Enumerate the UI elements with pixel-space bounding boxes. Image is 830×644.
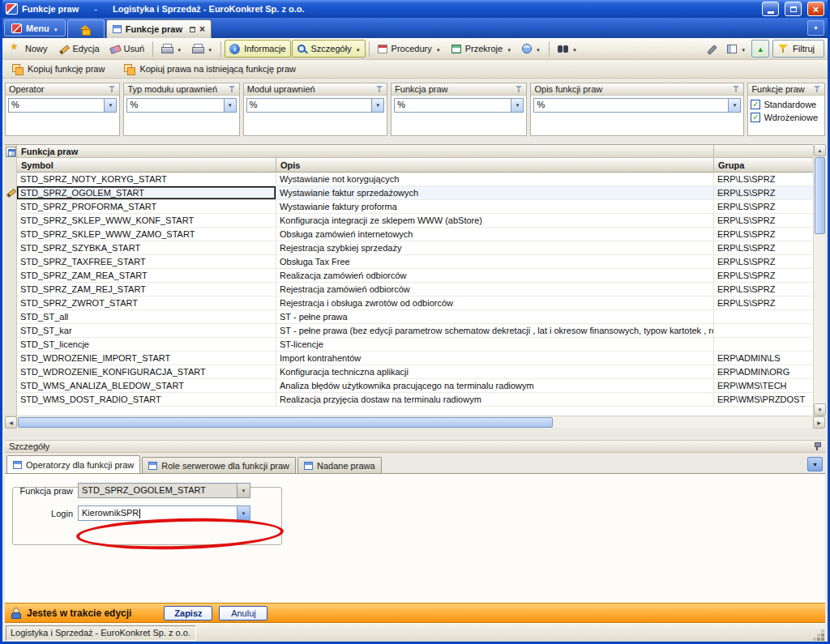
funkcja-praw-combo[interactable]: STD_SPRZ_OGOLEM_START xyxy=(78,483,250,498)
cell-opis[interactable]: Import kontrahentów xyxy=(276,352,714,365)
dropdown-button[interactable] xyxy=(104,99,116,112)
horizontal-scroll-thumb[interactable] xyxy=(18,417,553,428)
cell-opis[interactable]: Rejestracja zamówień odbiorców xyxy=(276,283,714,296)
cell-grupa[interactable] xyxy=(714,338,818,351)
cell-symbol[interactable]: STD_WMS_DOST_RADIO_START xyxy=(17,393,276,406)
cell-opis[interactable]: Wystawianie not korygujących xyxy=(276,173,714,186)
funkcja-filter-combo[interactable]: % xyxy=(394,98,524,113)
title-bar[interactable]: Funkcje praw - Logistyka i Sprzedaż - Eu… xyxy=(2,0,828,18)
cell-grupa[interactable]: ERP\WMS\PRZDOST xyxy=(714,393,818,406)
table-row[interactable]: STD_SPRZ_TAXFREE_START Obsługa Tax Free … xyxy=(17,255,818,269)
filter-header[interactable]: Moduł uprawnień xyxy=(244,83,387,96)
column-header-opis[interactable]: Opis xyxy=(276,158,714,172)
cell-opis[interactable]: Realizacja zamówień odbiorców xyxy=(276,269,714,282)
cell-grupa[interactable]: ERP\LS\SPRZ xyxy=(714,283,818,296)
dropdown-button[interactable] xyxy=(237,484,250,497)
cell-opis[interactable]: Konfiguracja integracji ze sklepem WWW (… xyxy=(276,214,714,227)
layout-button[interactable] xyxy=(722,40,751,58)
dropdown-button[interactable] xyxy=(224,99,236,112)
cell-grupa[interactable] xyxy=(714,324,818,337)
cell-grupa[interactable]: ERP\LS\SPRZ xyxy=(714,269,818,282)
band-funkcja-praw[interactable]: Funkcja praw xyxy=(17,145,714,157)
grid-customize-button[interactable] xyxy=(6,147,16,157)
cell-opis[interactable]: Obsługa Tax Free xyxy=(276,255,714,268)
resize-grip[interactable] xyxy=(821,638,824,641)
filter-header[interactable]: Opis funkcji praw xyxy=(531,83,743,96)
cell-grupa[interactable]: ERP\ADMIN\LS xyxy=(714,352,818,365)
cell-symbol[interactable]: STD_SPRZ_ZAM_REA_START xyxy=(17,269,276,282)
cell-symbol[interactable]: STD_SPRZ_TAXFREE_START xyxy=(17,255,276,268)
login-combo[interactable]: KierownikSPR xyxy=(78,505,250,521)
cell-grupa[interactable]: ERP\LS\SPRZ xyxy=(714,173,818,186)
collapse-panel-button[interactable] xyxy=(751,40,769,58)
new-button[interactable]: Nowy xyxy=(6,40,53,58)
export-button[interactable] xyxy=(517,40,545,58)
cell-grupa[interactable]: ERP\ADMIN\ORG xyxy=(714,365,818,378)
table-row[interactable]: STD_SPRZ_PROFORMA_START Wystawianie fakt… xyxy=(17,200,818,214)
scroll-up-button[interactable] xyxy=(814,144,826,156)
vertical-scrollbar[interactable] xyxy=(813,144,825,416)
vertical-scroll-thumb[interactable] xyxy=(815,157,825,234)
tabs-dropdown-button[interactable] xyxy=(807,457,823,471)
tab-nadane-prawa[interactable]: Nadane prawa xyxy=(297,457,382,473)
table-row[interactable]: STD_SPRZ_OGOLEM_START Wystawianie faktur… xyxy=(17,186,818,200)
close-tab-icon[interactable] xyxy=(199,24,205,34)
cell-grupa[interactable]: ERP\LS\SPRZ xyxy=(714,214,818,227)
filter-header[interactable]: Funkcje praw xyxy=(748,83,824,96)
dropdown-button[interactable] xyxy=(511,99,523,112)
cell-symbol[interactable]: STD_SPRZ_OGOLEM_START xyxy=(17,186,276,199)
cell-grupa[interactable]: ERP\LS\SPRZ xyxy=(714,200,818,213)
table-row[interactable]: STD_ST_licencje ST-licencje xyxy=(17,338,818,352)
table-row[interactable]: STD_SPRZ_SKLEP_WWW_KONF_START Konfigurac… xyxy=(17,214,818,228)
column-header-grupa[interactable]: Grupa xyxy=(714,158,818,172)
typ-modulu-filter-combo[interactable]: % xyxy=(126,98,236,113)
cell-opis[interactable]: Rejestracja i obsługa zwrotów od odbiorc… xyxy=(276,296,714,309)
checkbox-icon[interactable] xyxy=(751,100,760,109)
cell-grupa[interactable] xyxy=(714,310,818,323)
cell-opis[interactable]: ST - pełne prawa (bez edycji parametrow … xyxy=(276,324,714,337)
cell-symbol[interactable]: STD_WDROZENIE_IMPORT_START xyxy=(17,352,276,365)
scroll-left-button[interactable] xyxy=(5,416,17,429)
cell-opis[interactable]: Obsługa zamówień internetowych xyxy=(276,228,714,241)
cell-opis[interactable]: Rejestracja szybkiej sprzedaży xyxy=(276,241,714,254)
opis-filter-combo[interactable]: % xyxy=(533,98,741,113)
dropdown-button[interactable] xyxy=(371,99,383,112)
checkbox-icon[interactable] xyxy=(751,113,760,122)
table-row[interactable]: STD_WDROZENIE_KONFIGURACJA_START Konfigu… xyxy=(17,365,818,379)
tab-list-dropdown[interactable] xyxy=(807,20,824,36)
cell-opis[interactable]: Konfiguracja techniczna aplikacji xyxy=(276,365,714,378)
details-caption-bar[interactable]: Szczegóły xyxy=(5,440,825,453)
cell-symbol[interactable]: STD_ST_all xyxy=(17,310,276,323)
table-row[interactable]: STD_ST_all ST - pełne prawa xyxy=(17,310,818,324)
minimize-button[interactable] xyxy=(762,2,779,16)
table-row[interactable]: STD_SPRZ_ZAM_REA_START Realizacja zamówi… xyxy=(17,269,818,283)
print-preview-button[interactable] xyxy=(187,40,217,58)
search-button[interactable] xyxy=(553,40,582,58)
table-row[interactable]: STD_ST_kar ST - pełne prawa (bez edycji … xyxy=(17,324,818,338)
float-window-icon[interactable] xyxy=(190,27,195,32)
table-row[interactable]: STD_WMS_DOST_RADIO_START Realizacja przy… xyxy=(17,393,818,407)
cell-symbol[interactable]: STD_WMS_ANALIZA_BLEDOW_START xyxy=(17,379,276,392)
close-button[interactable] xyxy=(807,2,824,16)
filter-header[interactable]: Typ modułu uprawnień xyxy=(124,83,238,96)
table-row[interactable]: STD_WDROZENIE_IMPORT_START Import kontra… xyxy=(17,352,818,365)
cell-grupa[interactable]: ERP\LS\SPRZ xyxy=(714,255,818,268)
cell-symbol[interactable]: STD_SPRZ_SKLEP_WWW_KONF_START xyxy=(17,214,276,227)
cell-opis[interactable]: Wystawianie faktury proforma xyxy=(276,200,714,213)
tab-role-serwerowe[interactable]: Role serwerowe dla funkcji praw xyxy=(142,457,296,473)
przekroje-button[interactable]: Przekroje xyxy=(447,40,516,58)
cell-grupa[interactable]: ERP\LS\SPRZ xyxy=(714,186,818,199)
table-row[interactable]: STD_SPRZ_ZWROT_START Rejestracja i obsłu… xyxy=(17,296,818,310)
copy-rights-button[interactable]: Kopiuj prawa na istniejącą funkcję praw xyxy=(119,60,301,78)
tab-funkcje-praw[interactable]: Funkcje praw xyxy=(106,19,212,38)
operator-filter-combo[interactable]: % xyxy=(8,98,117,113)
filtruj-button[interactable]: Filtruj xyxy=(772,40,824,58)
cell-symbol[interactable]: STD_SPRZ_PROFORMA_START xyxy=(17,200,276,213)
table-row[interactable]: STD_SPRZ_ZAM_REJ_START Rejestracja zamów… xyxy=(17,283,818,296)
table-row[interactable]: STD_SPRZ_SKLEP_WWW_ZAMO_START Obsługa za… xyxy=(17,228,818,241)
column-header-symbol[interactable]: Symbol xyxy=(17,158,276,172)
edit-button[interactable]: Edycja xyxy=(53,40,105,58)
cell-symbol[interactable]: STD_SPRZ_ZWROT_START xyxy=(17,296,276,309)
cell-symbol[interactable]: STD_ST_kar xyxy=(17,324,276,337)
checkbox-wdrozeniowe[interactable]: Wdrożeniowe xyxy=(751,111,822,123)
